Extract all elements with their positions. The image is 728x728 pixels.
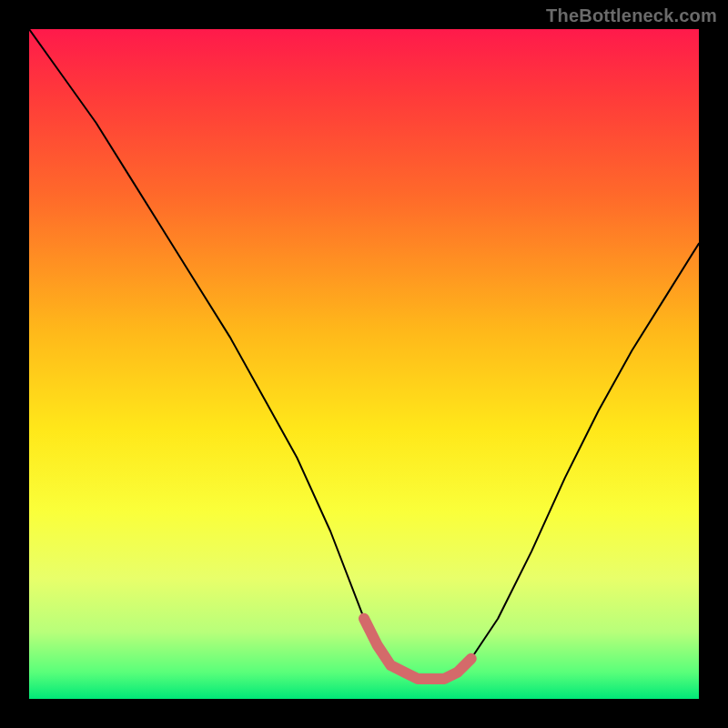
- bottleneck-curve: [29, 29, 699, 699]
- plot-area: [29, 29, 699, 699]
- watermark-text: TheBottleneck.com: [546, 5, 717, 26]
- chart-frame: TheBottleneck.com: [0, 0, 728, 728]
- main-curve-path: [29, 29, 699, 679]
- flat-bottom-highlight: [364, 619, 471, 679]
